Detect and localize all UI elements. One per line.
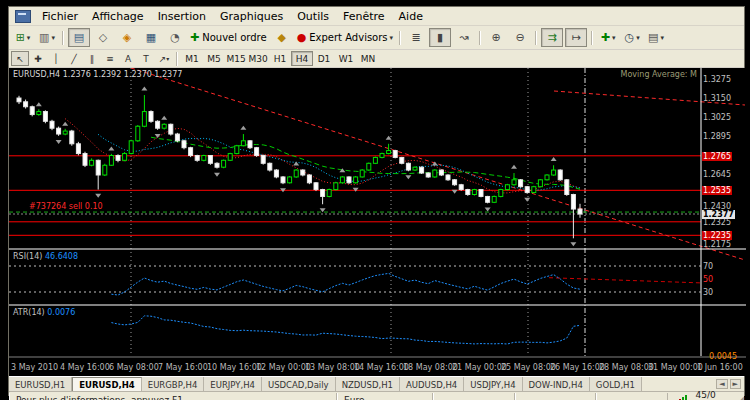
arrows-tool-button[interactable]: ↗▾ bbox=[155, 51, 173, 66]
vertical-line-tool-button[interactable]: │ bbox=[47, 51, 65, 66]
chart-tab-usdcaddaily[interactable]: USDCAD,Daily bbox=[262, 377, 336, 391]
crosshair-tool-button[interactable]: ✚ bbox=[29, 51, 47, 66]
timeframe-mn-button[interactable]: MN bbox=[357, 51, 379, 66]
tab-scroll-right-button[interactable]: ► bbox=[730, 379, 741, 389]
line-chart-button[interactable]: ↝ bbox=[453, 28, 475, 47]
profiles-dropdown-arrow-icon[interactable]: ▾ bbox=[51, 34, 55, 42]
candle-body bbox=[189, 148, 193, 156]
chart-tab-audusdh4[interactable]: AUDUSD,H4 bbox=[400, 377, 464, 391]
chart-tab-eurgbph4[interactable]: EURGBP,H4 bbox=[142, 377, 205, 391]
chart-area[interactable]: EURUSD,H4 1.2376 1.2392 1.2370 1.2377Mov… bbox=[9, 68, 746, 376]
candlestick-chart-button[interactable]: ▮ bbox=[429, 28, 451, 47]
fibonacci-tool-button[interactable]: ≡ bbox=[101, 51, 119, 66]
equidistant-channel-tool-button[interactable]: ∥ bbox=[83, 51, 101, 66]
cursor-tool-button[interactable]: ↖ bbox=[11, 51, 29, 66]
zoom-out-icon: ⊖ bbox=[515, 32, 524, 43]
zoom-in-button[interactable]: ⊕ bbox=[485, 28, 507, 47]
chart-tab-eurusdh4[interactable]: EURUSD,H4 bbox=[72, 377, 142, 391]
expert-advisors-dropdown-arrow-icon[interactable]: ▾ bbox=[390, 34, 394, 42]
candle-body bbox=[532, 187, 536, 193]
menu-aide[interactable]: Aide bbox=[392, 9, 430, 24]
timeframe-m1-button[interactable]: M1 bbox=[181, 51, 203, 66]
fractal-down-icon bbox=[155, 134, 161, 138]
metaeditor-button[interactable]: ◆ bbox=[271, 28, 293, 47]
timeframe-h1-button[interactable]: H1 bbox=[269, 51, 291, 66]
timeframe-m15-button[interactable]: M15 bbox=[225, 51, 247, 66]
trendline-tool-button[interactable]: ╱ bbox=[65, 51, 83, 66]
navigator-button[interactable]: ◈ bbox=[116, 28, 138, 47]
toolbar-separator bbox=[62, 31, 64, 45]
equidistant-channel-icon: ∥ bbox=[90, 54, 95, 64]
cursor-icon: ↖ bbox=[16, 54, 24, 64]
chart-tab-nzdusdh1[interactable]: NZDUSD,H1 bbox=[336, 377, 400, 391]
new-order-button[interactable]: ✚Nouvel ordre bbox=[188, 28, 269, 47]
chart-tab-eurjpyh4[interactable]: EURJPY,H4 bbox=[204, 377, 262, 391]
chart-tab-dowindh4[interactable]: DOW-IND,H4 bbox=[523, 377, 590, 391]
strategy-tester-button[interactable]: ◔ bbox=[164, 28, 186, 47]
fractal-down-icon bbox=[452, 190, 458, 194]
bar-chart-button[interactable]: ≣ bbox=[405, 28, 427, 47]
candle-body bbox=[307, 175, 311, 183]
menu-insertion[interactable]: Insertion bbox=[151, 9, 213, 24]
menu-fentre[interactable]: Fenêtre bbox=[336, 9, 392, 24]
market-watch-button[interactable]: ▤ bbox=[68, 28, 90, 47]
expert-advisors-button[interactable]: ●Expert Advisors▾ bbox=[295, 28, 395, 47]
atr-indicator-label: ATR(14) 0.0076 bbox=[13, 308, 75, 317]
profiles-icon: ▥ bbox=[39, 32, 49, 43]
chart-tab-goldh1[interactable]: GOLD,H1 bbox=[590, 377, 642, 391]
candle-body bbox=[354, 177, 358, 183]
chart-tab-eurusdh1[interactable]: EURUSD,H1 bbox=[9, 377, 72, 391]
templates-button[interactable]: ▤▾ bbox=[645, 28, 667, 47]
fractal-down-icon bbox=[56, 140, 62, 144]
timeframe-h4-button[interactable]: H4 bbox=[291, 51, 313, 66]
auto-scroll-button[interactable]: ⇉ bbox=[541, 28, 563, 47]
profiles-button[interactable]: ▥▾ bbox=[36, 28, 58, 47]
data-window-button[interactable]: ◇ bbox=[92, 28, 114, 47]
menu-fichier[interactable]: Fichier bbox=[35, 9, 85, 24]
templates-dropdown-arrow-icon[interactable]: ▾ bbox=[661, 34, 665, 42]
market-watch-icon: ▤ bbox=[74, 32, 84, 43]
timeframe-d1-button[interactable]: D1 bbox=[313, 51, 335, 66]
candle-body bbox=[545, 175, 549, 180]
resize-grip[interactable]: ◢ bbox=[736, 395, 744, 400]
time-axis-label: 4 May 16:00 bbox=[60, 363, 110, 372]
terminal-button[interactable]: ▦ bbox=[140, 28, 162, 47]
periods-icon: ◷ bbox=[625, 32, 635, 43]
candle-body bbox=[30, 107, 34, 115]
timeframe-w1-button[interactable]: W1 bbox=[335, 51, 357, 66]
candle-body bbox=[241, 141, 245, 146]
menu-outils[interactable]: Outils bbox=[290, 9, 336, 24]
zoom-out-button[interactable]: ⊖ bbox=[509, 28, 531, 47]
mt4-window: FichierAffichageInsertionGraphiquesOutil… bbox=[8, 6, 745, 396]
navigator-icon: ◈ bbox=[123, 32, 131, 43]
fractal-up-icon bbox=[551, 157, 557, 161]
candle-body bbox=[413, 167, 417, 170]
chart-tab-usdjpyh4[interactable]: USDJPY,H4 bbox=[464, 377, 522, 391]
text-tool-button[interactable]: A bbox=[119, 51, 137, 66]
candle-body bbox=[459, 185, 463, 190]
candle-body bbox=[37, 112, 41, 115]
new-chart-dropdown-arrow-icon[interactable]: ▾ bbox=[27, 34, 31, 42]
chart-shift-button[interactable]: ↦ bbox=[565, 28, 587, 47]
arrows-dropdown-arrow-icon[interactable]: ▾ bbox=[166, 55, 169, 62]
candle-body bbox=[116, 156, 120, 161]
candle-body bbox=[446, 175, 450, 180]
timeframe-m5-button[interactable]: M5 bbox=[203, 51, 225, 66]
periods-dropdown-arrow-icon[interactable]: ▾ bbox=[636, 34, 640, 42]
menu-graphiques[interactable]: Graphiques bbox=[213, 9, 290, 24]
candle-body bbox=[565, 180, 569, 195]
indicators-dropdown-arrow-icon[interactable]: ▾ bbox=[612, 34, 616, 42]
candle-body bbox=[340, 177, 344, 183]
label-tool-button[interactable]: T bbox=[137, 51, 155, 66]
new-chart-button[interactable]: ⊞▾ bbox=[12, 28, 34, 47]
candle-body bbox=[571, 195, 575, 210]
timeframe-m30-button[interactable]: M30 bbox=[247, 51, 269, 66]
candle-body bbox=[466, 190, 470, 195]
indicators-button[interactable]: ✚▾ bbox=[597, 28, 619, 47]
candle-body bbox=[380, 154, 384, 158]
fractal-up-icon bbox=[161, 116, 167, 120]
periods-button[interactable]: ◷▾ bbox=[621, 28, 643, 47]
tab-scroll-left-button[interactable]: ◄ bbox=[716, 379, 727, 389]
candle-body bbox=[393, 151, 397, 158]
menu-affichage[interactable]: Affichage bbox=[85, 9, 151, 24]
